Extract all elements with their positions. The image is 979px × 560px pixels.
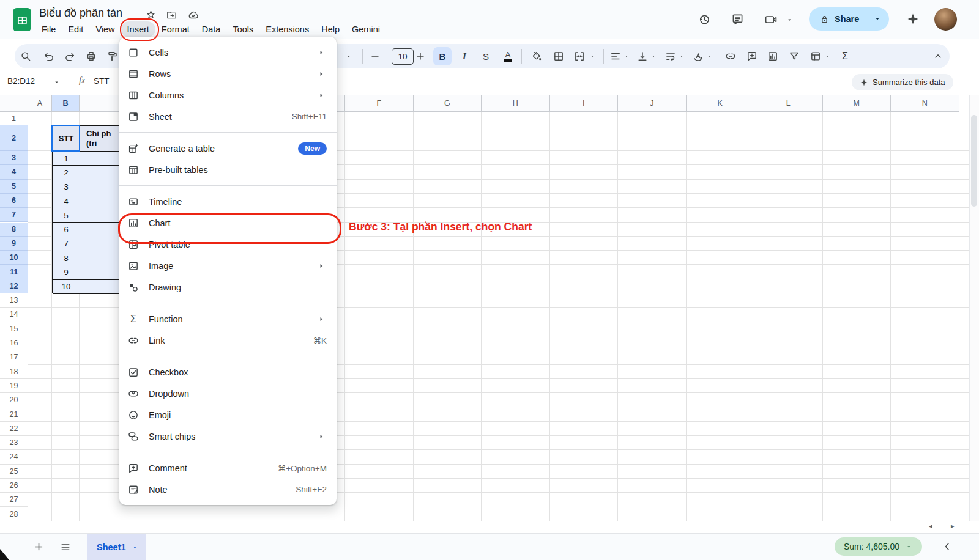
insert-menu-item-cells[interactable]: Cells <box>119 42 337 63</box>
font-size-input[interactable]: 10 <box>392 48 414 65</box>
table-cell-stt-2[interactable]: 2 <box>53 166 80 180</box>
vertical-scrollbar-thumb[interactable] <box>971 115 977 207</box>
insert-menu-item-columns[interactable]: Columns <box>119 84 337 106</box>
row-header-25[interactable]: 25 <box>0 465 28 479</box>
horizontal-align-caret-icon[interactable] <box>618 44 635 68</box>
text-rotation-caret-icon[interactable] <box>701 44 718 68</box>
row-header-1[interactable]: 1 <box>0 112 28 125</box>
search-icon[interactable] <box>17 44 34 68</box>
column-header-B[interactable]: B <box>52 95 80 112</box>
table-cell-stt-4[interactable]: 4 <box>53 194 80 208</box>
sheet-tab-caret-icon[interactable] <box>131 543 139 551</box>
column-header-G[interactable]: G <box>414 95 482 112</box>
insert-menu-item-generate-a-table[interactable]: Generate a tableNew <box>119 138 337 159</box>
row-header-20[interactable]: 20 <box>0 393 28 407</box>
insert-menu-item-note[interactable]: NoteShift+F2 <box>119 479 337 500</box>
menubar-item-tools[interactable]: Tools <box>226 21 259 37</box>
menubar-item-extensions[interactable]: Extensions <box>259 21 315 37</box>
create-filter-icon[interactable] <box>786 44 803 68</box>
text-color-button[interactable]: A <box>499 44 516 68</box>
insert-menu-item-smart-chips[interactable]: Smart chips <box>119 426 337 447</box>
table-cell-stt-5[interactable]: 5 <box>53 208 80 223</box>
table-cell-stt-9[interactable]: 9 <box>53 265 80 279</box>
decrease-font-icon[interactable] <box>367 44 384 68</box>
row-header-14[interactable]: 14 <box>0 308 28 322</box>
row-header-15[interactable]: 15 <box>0 322 28 336</box>
menubar-item-edit[interactable]: Edit <box>62 21 89 37</box>
row-header-13[interactable]: 13 <box>0 293 28 308</box>
row-header-11[interactable]: 11 <box>0 265 28 279</box>
history-icon[interactable] <box>697 12 711 26</box>
row-header-27[interactable]: 27 <box>0 493 28 507</box>
formula-content[interactable]: STT <box>94 76 110 86</box>
fill-color-icon[interactable] <box>527 44 545 68</box>
bold-button[interactable]: B <box>433 47 452 65</box>
column-header-K[interactable]: K <box>687 95 755 112</box>
undo-icon[interactable] <box>40 44 58 68</box>
column-header-I[interactable]: I <box>550 95 619 112</box>
row-header-9[interactable]: 9 <box>0 237 28 251</box>
share-caret-icon[interactable] <box>868 15 889 23</box>
insert-menu-item-sheet[interactable]: SheetShift+F11 <box>119 106 337 127</box>
summarize-data-button[interactable]: Summarize this data <box>852 74 953 90</box>
column-header-F[interactable]: F <box>345 95 414 112</box>
merge-caret-icon[interactable] <box>584 44 601 68</box>
document-title[interactable]: Biểu đồ phân tán <box>39 7 122 20</box>
column-header-A[interactable]: A <box>28 95 52 112</box>
number-format-caret-icon[interactable] <box>340 44 357 68</box>
insert-menu-item-chart[interactable]: Chart <box>119 212 337 234</box>
row-header-16[interactable]: 16 <box>0 336 28 350</box>
row-header-3[interactable]: 3 <box>0 151 28 165</box>
menubar-item-file[interactable]: File <box>35 21 62 37</box>
name-box-caret-icon[interactable] <box>53 78 61 86</box>
italic-button[interactable]: I <box>456 44 473 68</box>
menubar-item-view[interactable]: View <box>89 21 121 37</box>
table-cell-stt-8[interactable]: 8 <box>53 251 80 265</box>
insert-menu-item-checkbox[interactable]: Checkbox <box>119 361 337 383</box>
column-header-J[interactable]: J <box>618 95 687 112</box>
borders-icon[interactable] <box>550 44 567 68</box>
insert-chart-icon[interactable] <box>764 44 781 68</box>
insert-menu-item-dropdown[interactable]: Dropdown <box>119 383 337 404</box>
gemini-sparkle-icon[interactable] <box>906 12 920 26</box>
insert-menu-item-pivot-table[interactable]: Pivot table <box>119 234 337 255</box>
text-wrap-caret-icon[interactable] <box>673 44 690 68</box>
insert-link-icon[interactable] <box>722 44 739 68</box>
row-header-8[interactable]: 8 <box>0 223 28 237</box>
insert-menu-item-image[interactable]: Image <box>119 255 337 276</box>
row-header-2[interactable]: 2 <box>0 125 28 151</box>
insert-menu-item-drawing[interactable]: Drawing <box>119 276 337 298</box>
table-cell-stt-3[interactable]: 3 <box>53 180 80 194</box>
strikethrough-button[interactable]: S <box>477 44 494 68</box>
vertical-align-caret-icon[interactable] <box>645 44 662 68</box>
table-cell-stt-6[interactable]: 6 <box>53 223 80 237</box>
video-call-caret-icon[interactable] <box>786 16 794 24</box>
share-button[interactable]: Share <box>809 7 889 31</box>
menubar-item-help[interactable]: Help <box>315 21 346 37</box>
insert-menu-item-timeline[interactable]: Timeline <box>119 191 337 212</box>
sheet-tab[interactable]: Sheet1 <box>87 534 146 560</box>
add-sheet-icon[interactable] <box>32 540 45 553</box>
all-sheets-icon[interactable] <box>59 541 72 553</box>
table-views-caret-icon[interactable] <box>819 44 836 68</box>
row-header-28[interactable]: 28 <box>0 507 28 521</box>
collapse-panel-icon[interactable] <box>941 540 953 553</box>
menubar-item-data[interactable]: Data <box>196 21 227 37</box>
move-folder-icon[interactable] <box>166 9 177 21</box>
row-header-23[interactable]: 23 <box>0 436 28 450</box>
row-header-21[interactable]: 21 <box>0 407 28 421</box>
row-header-6[interactable]: 6 <box>0 194 28 208</box>
name-box[interactable]: B2:D12 <box>7 76 35 86</box>
functions-button[interactable]: Σ <box>836 44 854 68</box>
row-header-19[interactable]: 19 <box>0 379 28 393</box>
insert-menu-item-rows[interactable]: Rows <box>119 63 337 84</box>
row-header-26[interactable]: 26 <box>0 479 28 493</box>
sheets-logo-icon[interactable] <box>13 8 31 31</box>
menubar-item-insert[interactable]: Insert <box>121 21 155 37</box>
row-header-18[interactable]: 18 <box>0 365 28 379</box>
star-icon[interactable] <box>145 9 157 21</box>
column-header-L[interactable]: L <box>754 95 823 112</box>
insert-menu-item-function[interactable]: ΣFunction <box>119 308 337 330</box>
insert-menu-item-pre-built-tables[interactable]: Pre-built tables <box>119 159 337 180</box>
scroll-right-icon[interactable]: ▸ <box>951 522 955 530</box>
